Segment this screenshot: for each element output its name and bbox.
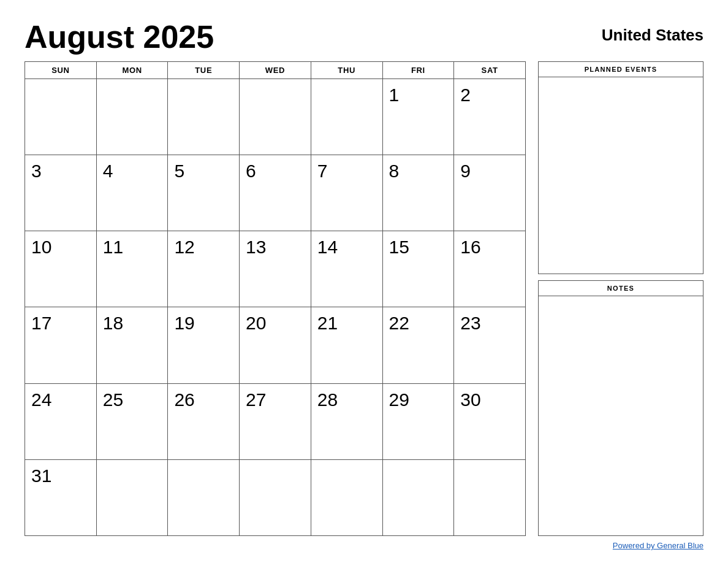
calendar-cell: 25 (96, 383, 168, 459)
powered-by-link[interactable]: Powered by General Blue (613, 541, 703, 550)
calendar-cell: 2 (454, 79, 526, 155)
day-number: 5 (174, 161, 184, 181)
day-number: 27 (246, 389, 266, 410)
calendar-cell: 22 (382, 307, 454, 383)
day-header-thu: THU (311, 62, 382, 79)
calendar-cell: 12 (168, 231, 240, 307)
footer: Powered by General Blue (25, 536, 703, 551)
calendar-cell: 11 (96, 231, 168, 307)
day-number: 25 (103, 389, 123, 410)
calendar-cell (96, 459, 168, 535)
day-number: 17 (31, 313, 51, 333)
calendar-cell (311, 79, 382, 155)
day-number: 23 (460, 313, 480, 333)
day-number: 26 (174, 389, 194, 410)
calendar-cell (382, 459, 454, 535)
calendar-cell: 30 (454, 383, 526, 459)
calendar-cell: 8 (382, 155, 454, 231)
calendar-cell: 14 (311, 231, 382, 307)
calendar-cell: 17 (25, 307, 97, 383)
calendar-cell: 27 (240, 383, 311, 459)
calendar-cell: 1 (382, 79, 454, 155)
day-number: 31 (31, 465, 51, 486)
day-number: 20 (246, 313, 266, 333)
country-title: United States (602, 18, 703, 45)
page-container: August 2025 United States SUN MON TUE WE… (25, 18, 703, 551)
day-number: 19 (174, 313, 194, 333)
calendar-cell: 4 (96, 155, 168, 231)
calendar-cell: 10 (25, 231, 97, 307)
calendar-cell: 21 (311, 307, 382, 383)
day-number: 15 (389, 237, 409, 257)
day-number: 11 (103, 237, 123, 257)
day-number: 2 (460, 85, 471, 105)
calendar-body: 1234567891011121314151617181920212223242… (25, 79, 526, 536)
calendar-cell (311, 459, 382, 535)
calendar-grid: SUN MON TUE WED THU FRI SAT 123456789101… (25, 61, 526, 536)
day-number: 30 (460, 389, 480, 410)
calendar-cell: 23 (454, 307, 526, 383)
sidebar: PLANNED EVENTS NOTES (538, 61, 703, 536)
day-number: 9 (460, 161, 471, 181)
planned-events-content (539, 77, 703, 274)
notes-header: NOTES (539, 281, 703, 296)
calendar-cell: 16 (454, 231, 526, 307)
day-header-fri: FRI (382, 62, 454, 79)
calendar-cell: 9 (454, 155, 526, 231)
calendar-cell: 7 (311, 155, 382, 231)
calendar-cell: 20 (240, 307, 311, 383)
day-number: 22 (389, 313, 409, 333)
calendar-cell (240, 79, 311, 155)
calendar-cell: 18 (96, 307, 168, 383)
calendar-cell: 6 (240, 155, 311, 231)
planned-events-box: PLANNED EVENTS (538, 61, 703, 274)
calendar-cell: 29 (382, 383, 454, 459)
calendar-cell: 13 (240, 231, 311, 307)
day-header-sat: SAT (454, 62, 526, 79)
day-number: 13 (246, 237, 266, 257)
calendar-cell: 31 (25, 459, 97, 535)
day-number: 3 (31, 161, 42, 181)
calendar-header-row: SUN MON TUE WED THU FRI SAT (25, 62, 526, 79)
calendar-cell (168, 459, 240, 535)
calendar-cell: 24 (25, 383, 97, 459)
day-number: 1 (389, 85, 400, 105)
day-number: 21 (317, 313, 338, 333)
calendar-cell (240, 459, 311, 535)
day-number: 24 (31, 389, 51, 410)
planned-events-header: PLANNED EVENTS (539, 62, 703, 77)
calendar-cell: 28 (311, 383, 382, 459)
day-number: 14 (317, 237, 338, 257)
day-header-sun: SUN (25, 62, 97, 79)
day-number: 18 (103, 313, 123, 333)
month-year-title: August 2025 (25, 18, 214, 55)
day-header-mon: MON (96, 62, 168, 79)
day-header-tue: TUE (168, 62, 240, 79)
day-number: 6 (246, 161, 256, 181)
calendar-cell (96, 79, 168, 155)
day-number: 8 (389, 161, 400, 181)
notes-content (539, 296, 703, 456)
calendar-cell: 19 (168, 307, 240, 383)
day-header-wed: WED (240, 62, 311, 79)
day-number: 7 (317, 161, 328, 181)
notes-box: NOTES (538, 280, 703, 536)
header: August 2025 United States (25, 18, 703, 55)
calendar-cell (454, 459, 526, 535)
day-number: 12 (174, 237, 194, 257)
day-number: 29 (389, 389, 409, 410)
calendar-cell: 26 (168, 383, 240, 459)
calendar-cell: 15 (382, 231, 454, 307)
calendar-cell (168, 79, 240, 155)
day-number: 28 (317, 389, 338, 410)
calendar-cell: 3 (25, 155, 97, 231)
calendar-cell: 5 (168, 155, 240, 231)
day-number: 4 (103, 161, 113, 181)
calendar-cell (25, 79, 97, 155)
main-content: SUN MON TUE WED THU FRI SAT 123456789101… (25, 61, 703, 536)
day-number: 16 (460, 237, 480, 257)
calendar-section: SUN MON TUE WED THU FRI SAT 123456789101… (25, 61, 526, 536)
day-number: 10 (31, 237, 51, 257)
